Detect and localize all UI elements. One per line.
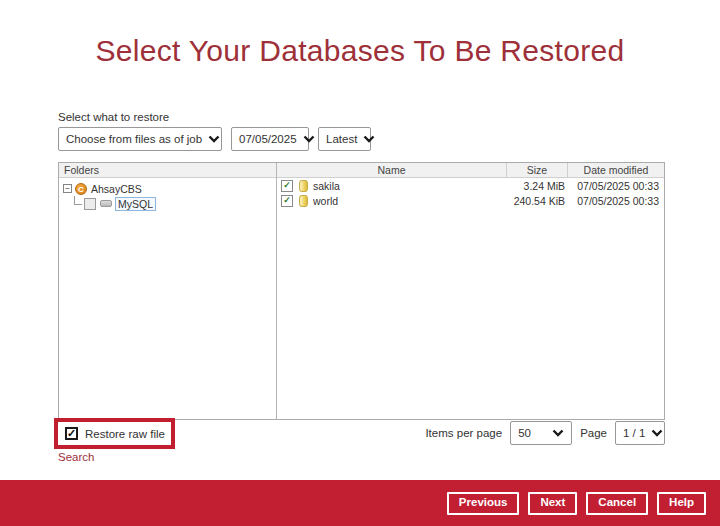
page-value: 1 / 1 — [623, 427, 645, 439]
chevron-down-icon — [651, 429, 663, 437]
items-per-page-dropdown[interactable]: 50 — [510, 421, 572, 445]
items-per-page-value: 50 — [518, 427, 531, 439]
file-list-header: Name Size Date modified — [277, 163, 664, 178]
job-date-dropdown-value: 07/05/2025 — [239, 133, 297, 145]
database-icon — [299, 180, 308, 192]
restore-raw-file-highlight-annotation: ✓ Restore raw file — [54, 418, 175, 449]
file-name-cell: ✓ world — [277, 195, 508, 207]
tree-branch-connector — [74, 196, 82, 205]
file-name-cell: ✓ sakila — [277, 180, 508, 192]
search-link[interactable]: Search — [58, 451, 94, 463]
column-header-date-modified[interactable]: Date modified — [567, 163, 664, 177]
file-browser-panel: Folders − C AhsayCBS MySQL Name Size — [58, 162, 665, 420]
filter-dropdown-row: Choose from files as of job 07/05/2025 L… — [58, 127, 371, 151]
restore-wizard-screen: Select Your Databases To Be Restored Sel… — [0, 0, 720, 526]
job-date-dropdown[interactable]: 07/05/2025 — [231, 127, 309, 151]
chevron-down-icon — [552, 429, 564, 437]
file-size: 3.24 MiB — [508, 180, 568, 192]
file-date-modified: 07/05/2025 00:33 — [568, 180, 664, 192]
file-list-pane: Name Size Date modified ✓ sakila 3.24 Mi… — [277, 163, 664, 419]
restore-raw-file-label[interactable]: Restore raw file — [85, 428, 165, 440]
next-button[interactable]: Next — [528, 492, 577, 515]
page-title: Select Your Databases To Be Restored — [0, 34, 720, 68]
file-date-modified: 07/05/2025 00:33 — [568, 195, 664, 207]
column-header-name[interactable]: Name — [277, 163, 506, 177]
job-type-dropdown[interactable]: Choose from files as of job — [58, 127, 222, 151]
job-version-dropdown[interactable]: Latest — [318, 127, 371, 151]
page-label: Page — [580, 427, 607, 439]
pagination-bar: Items per page 50 Page 1 / 1 — [425, 421, 665, 445]
file-size: 240.54 KiB — [508, 195, 568, 207]
items-per-page-label: Items per page — [425, 427, 502, 439]
world-checkbox[interactable]: ✓ — [281, 195, 293, 207]
tree-node-mysql-label[interactable]: MySQL — [115, 197, 156, 211]
tree-node-mysql[interactable]: MySQL — [59, 196, 276, 211]
job-type-dropdown-value: Choose from files as of job — [66, 133, 202, 145]
folders-pane: Folders − C AhsayCBS MySQL — [59, 163, 277, 419]
restore-raw-file-checkbox[interactable]: ✓ — [65, 427, 78, 440]
file-name: sakila — [313, 180, 340, 192]
database-icon — [299, 195, 308, 207]
ahsaycbs-server-icon: C — [75, 183, 87, 195]
file-name: world — [313, 195, 338, 207]
previous-button[interactable]: Previous — [447, 492, 520, 515]
column-header-size[interactable]: Size — [506, 163, 567, 177]
job-version-dropdown-value: Latest — [326, 133, 357, 145]
cancel-button[interactable]: Cancel — [586, 492, 648, 515]
sakila-checkbox[interactable]: ✓ — [281, 180, 293, 192]
tree-node-ahsaycbs-label: AhsayCBS — [91, 183, 142, 195]
folders-pane-header: Folders — [59, 163, 276, 178]
database-server-icon — [100, 200, 112, 207]
collapse-expander-icon[interactable]: − — [63, 184, 72, 193]
chevron-down-icon — [363, 135, 375, 143]
file-row-sakila[interactable]: ✓ sakila 3.24 MiB 07/05/2025 00:33 — [277, 178, 664, 193]
chevron-down-icon — [303, 135, 315, 143]
select-what-to-restore-label: Select what to restore — [58, 111, 169, 123]
help-button[interactable]: Help — [657, 492, 706, 515]
file-row-world[interactable]: ✓ world 240.54 KiB 07/05/2025 00:33 — [277, 193, 664, 208]
chevron-down-icon — [208, 135, 220, 143]
page-dropdown[interactable]: 1 / 1 — [615, 421, 665, 445]
tree-node-ahsaycbs[interactable]: − C AhsayCBS — [59, 181, 276, 196]
wizard-footer-bar: Previous Next Cancel Help — [0, 480, 720, 526]
folder-tree: − C AhsayCBS MySQL — [59, 178, 276, 211]
mysql-checkbox[interactable] — [84, 198, 96, 210]
